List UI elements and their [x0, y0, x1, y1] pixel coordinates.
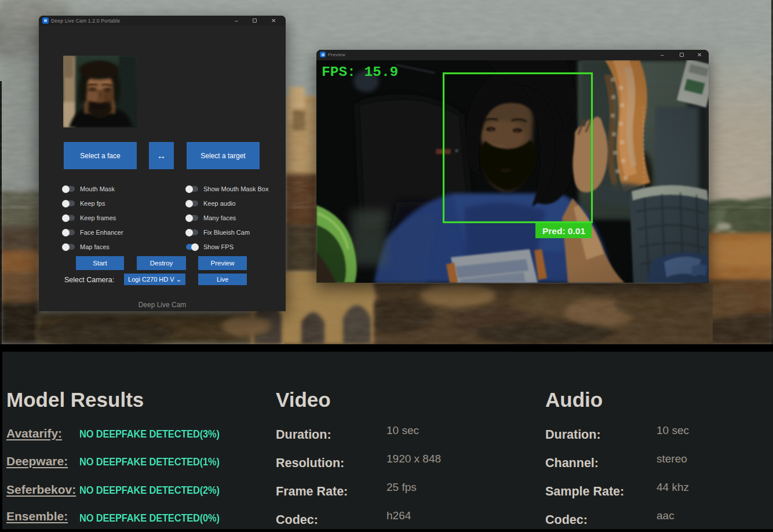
- svg-text:Pred: 0.01: Pred: 0.01: [542, 226, 585, 236]
- svg-text:FPS: 15.9: FPS: 15.9: [322, 64, 398, 80]
